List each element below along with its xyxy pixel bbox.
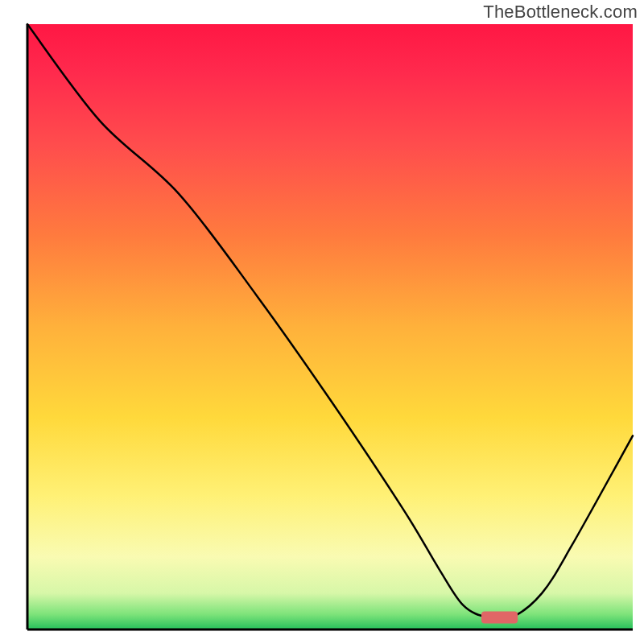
watermark-text: TheBottleneck.com	[483, 2, 638, 23]
optimal-marker	[481, 611, 518, 623]
bottleneck-chart	[0, 0, 644, 644]
plot-background	[27, 24, 633, 630]
chart-container: TheBottleneck.com	[0, 0, 644, 644]
